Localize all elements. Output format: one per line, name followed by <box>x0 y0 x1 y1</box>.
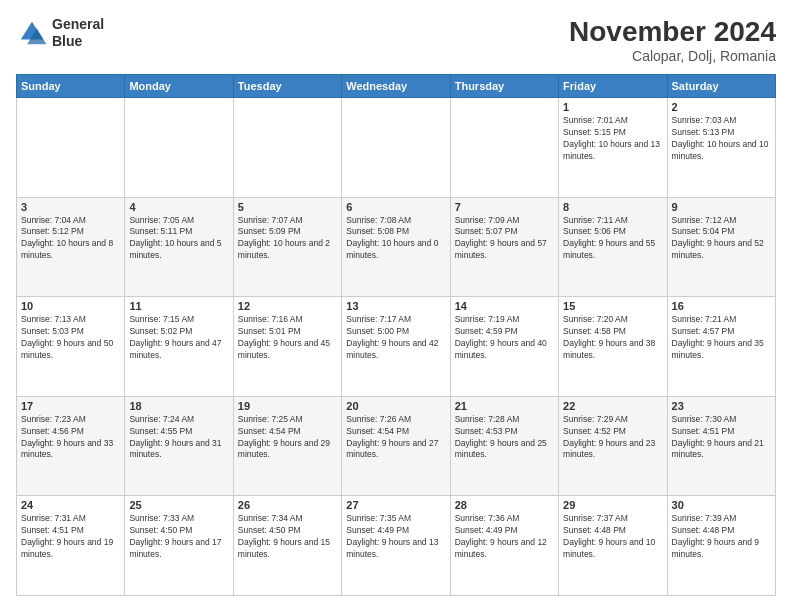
calendar-cell: 28Sunrise: 7:36 AM Sunset: 4:49 PM Dayli… <box>450 496 558 596</box>
day-info: Sunrise: 7:29 AM Sunset: 4:52 PM Dayligh… <box>563 414 662 462</box>
calendar-cell <box>17 98 125 198</box>
day-header-saturday: Saturday <box>667 75 775 98</box>
calendar-cell: 3Sunrise: 7:04 AM Sunset: 5:12 PM Daylig… <box>17 197 125 297</box>
day-number: 7 <box>455 201 554 213</box>
header: General Blue November 2024 Calopar, Dolj… <box>16 16 776 64</box>
day-number: 4 <box>129 201 228 213</box>
day-number: 17 <box>21 400 120 412</box>
day-number: 14 <box>455 300 554 312</box>
calendar-week-1: 1Sunrise: 7:01 AM Sunset: 5:15 PM Daylig… <box>17 98 776 198</box>
day-number: 25 <box>129 499 228 511</box>
day-info: Sunrise: 7:15 AM Sunset: 5:02 PM Dayligh… <box>129 314 228 362</box>
day-header-wednesday: Wednesday <box>342 75 450 98</box>
calendar-week-3: 10Sunrise: 7:13 AM Sunset: 5:03 PM Dayli… <box>17 297 776 397</box>
calendar-header-row: SundayMondayTuesdayWednesdayThursdayFrid… <box>17 75 776 98</box>
calendar-cell: 15Sunrise: 7:20 AM Sunset: 4:58 PM Dayli… <box>559 297 667 397</box>
day-info: Sunrise: 7:11 AM Sunset: 5:06 PM Dayligh… <box>563 215 662 263</box>
month-title: November 2024 <box>569 16 776 48</box>
day-number: 28 <box>455 499 554 511</box>
calendar-cell: 1Sunrise: 7:01 AM Sunset: 5:15 PM Daylig… <box>559 98 667 198</box>
day-info: Sunrise: 7:08 AM Sunset: 5:08 PM Dayligh… <box>346 215 445 263</box>
location: Calopar, Dolj, Romania <box>569 48 776 64</box>
logo-text: General Blue <box>52 16 104 50</box>
day-info: Sunrise: 7:35 AM Sunset: 4:49 PM Dayligh… <box>346 513 445 561</box>
calendar-cell <box>233 98 341 198</box>
calendar-week-2: 3Sunrise: 7:04 AM Sunset: 5:12 PM Daylig… <box>17 197 776 297</box>
calendar-cell: 12Sunrise: 7:16 AM Sunset: 5:01 PM Dayli… <box>233 297 341 397</box>
day-number: 26 <box>238 499 337 511</box>
day-number: 21 <box>455 400 554 412</box>
calendar-cell <box>342 98 450 198</box>
day-info: Sunrise: 7:26 AM Sunset: 4:54 PM Dayligh… <box>346 414 445 462</box>
calendar-cell: 7Sunrise: 7:09 AM Sunset: 5:07 PM Daylig… <box>450 197 558 297</box>
day-info: Sunrise: 7:03 AM Sunset: 5:13 PM Dayligh… <box>672 115 771 163</box>
calendar-cell: 27Sunrise: 7:35 AM Sunset: 4:49 PM Dayli… <box>342 496 450 596</box>
day-info: Sunrise: 7:17 AM Sunset: 5:00 PM Dayligh… <box>346 314 445 362</box>
day-number: 1 <box>563 101 662 113</box>
calendar-cell: 4Sunrise: 7:05 AM Sunset: 5:11 PM Daylig… <box>125 197 233 297</box>
calendar-cell: 23Sunrise: 7:30 AM Sunset: 4:51 PM Dayli… <box>667 396 775 496</box>
calendar-week-4: 17Sunrise: 7:23 AM Sunset: 4:56 PM Dayli… <box>17 396 776 496</box>
day-info: Sunrise: 7:07 AM Sunset: 5:09 PM Dayligh… <box>238 215 337 263</box>
day-number: 13 <box>346 300 445 312</box>
calendar-week-5: 24Sunrise: 7:31 AM Sunset: 4:51 PM Dayli… <box>17 496 776 596</box>
calendar-cell <box>125 98 233 198</box>
day-info: Sunrise: 7:36 AM Sunset: 4:49 PM Dayligh… <box>455 513 554 561</box>
day-info: Sunrise: 7:16 AM Sunset: 5:01 PM Dayligh… <box>238 314 337 362</box>
calendar-cell: 22Sunrise: 7:29 AM Sunset: 4:52 PM Dayli… <box>559 396 667 496</box>
day-number: 6 <box>346 201 445 213</box>
day-info: Sunrise: 7:04 AM Sunset: 5:12 PM Dayligh… <box>21 215 120 263</box>
calendar-cell: 2Sunrise: 7:03 AM Sunset: 5:13 PM Daylig… <box>667 98 775 198</box>
calendar-cell: 20Sunrise: 7:26 AM Sunset: 4:54 PM Dayli… <box>342 396 450 496</box>
calendar-cell <box>450 98 558 198</box>
calendar-cell: 16Sunrise: 7:21 AM Sunset: 4:57 PM Dayli… <box>667 297 775 397</box>
calendar-cell: 21Sunrise: 7:28 AM Sunset: 4:53 PM Dayli… <box>450 396 558 496</box>
day-header-friday: Friday <box>559 75 667 98</box>
day-info: Sunrise: 7:28 AM Sunset: 4:53 PM Dayligh… <box>455 414 554 462</box>
calendar-cell: 11Sunrise: 7:15 AM Sunset: 5:02 PM Dayli… <box>125 297 233 397</box>
day-number: 8 <box>563 201 662 213</box>
day-number: 20 <box>346 400 445 412</box>
day-number: 16 <box>672 300 771 312</box>
day-header-monday: Monday <box>125 75 233 98</box>
day-number: 3 <box>21 201 120 213</box>
day-number: 15 <box>563 300 662 312</box>
day-number: 10 <box>21 300 120 312</box>
day-number: 19 <box>238 400 337 412</box>
calendar-cell: 8Sunrise: 7:11 AM Sunset: 5:06 PM Daylig… <box>559 197 667 297</box>
day-info: Sunrise: 7:24 AM Sunset: 4:55 PM Dayligh… <box>129 414 228 462</box>
day-number: 24 <box>21 499 120 511</box>
day-info: Sunrise: 7:25 AM Sunset: 4:54 PM Dayligh… <box>238 414 337 462</box>
calendar-cell: 24Sunrise: 7:31 AM Sunset: 4:51 PM Dayli… <box>17 496 125 596</box>
calendar-cell: 10Sunrise: 7:13 AM Sunset: 5:03 PM Dayli… <box>17 297 125 397</box>
day-number: 9 <box>672 201 771 213</box>
calendar-cell: 5Sunrise: 7:07 AM Sunset: 5:09 PM Daylig… <box>233 197 341 297</box>
day-info: Sunrise: 7:13 AM Sunset: 5:03 PM Dayligh… <box>21 314 120 362</box>
calendar-cell: 19Sunrise: 7:25 AM Sunset: 4:54 PM Dayli… <box>233 396 341 496</box>
calendar-cell: 26Sunrise: 7:34 AM Sunset: 4:50 PM Dayli… <box>233 496 341 596</box>
day-info: Sunrise: 7:19 AM Sunset: 4:59 PM Dayligh… <box>455 314 554 362</box>
logo-icon <box>16 17 48 49</box>
logo-line1: General <box>52 16 104 33</box>
calendar-table: SundayMondayTuesdayWednesdayThursdayFrid… <box>16 74 776 596</box>
day-info: Sunrise: 7:20 AM Sunset: 4:58 PM Dayligh… <box>563 314 662 362</box>
calendar-cell: 30Sunrise: 7:39 AM Sunset: 4:48 PM Dayli… <box>667 496 775 596</box>
day-info: Sunrise: 7:31 AM Sunset: 4:51 PM Dayligh… <box>21 513 120 561</box>
title-block: November 2024 Calopar, Dolj, Romania <box>569 16 776 64</box>
logo: General Blue <box>16 16 104 50</box>
day-number: 30 <box>672 499 771 511</box>
calendar-cell: 6Sunrise: 7:08 AM Sunset: 5:08 PM Daylig… <box>342 197 450 297</box>
day-info: Sunrise: 7:37 AM Sunset: 4:48 PM Dayligh… <box>563 513 662 561</box>
day-number: 22 <box>563 400 662 412</box>
day-info: Sunrise: 7:01 AM Sunset: 5:15 PM Dayligh… <box>563 115 662 163</box>
day-number: 2 <box>672 101 771 113</box>
day-info: Sunrise: 7:33 AM Sunset: 4:50 PM Dayligh… <box>129 513 228 561</box>
calendar-cell: 25Sunrise: 7:33 AM Sunset: 4:50 PM Dayli… <box>125 496 233 596</box>
day-number: 12 <box>238 300 337 312</box>
day-info: Sunrise: 7:23 AM Sunset: 4:56 PM Dayligh… <box>21 414 120 462</box>
calendar-cell: 29Sunrise: 7:37 AM Sunset: 4:48 PM Dayli… <box>559 496 667 596</box>
day-number: 27 <box>346 499 445 511</box>
day-number: 11 <box>129 300 228 312</box>
day-info: Sunrise: 7:39 AM Sunset: 4:48 PM Dayligh… <box>672 513 771 561</box>
calendar-cell: 14Sunrise: 7:19 AM Sunset: 4:59 PM Dayli… <box>450 297 558 397</box>
